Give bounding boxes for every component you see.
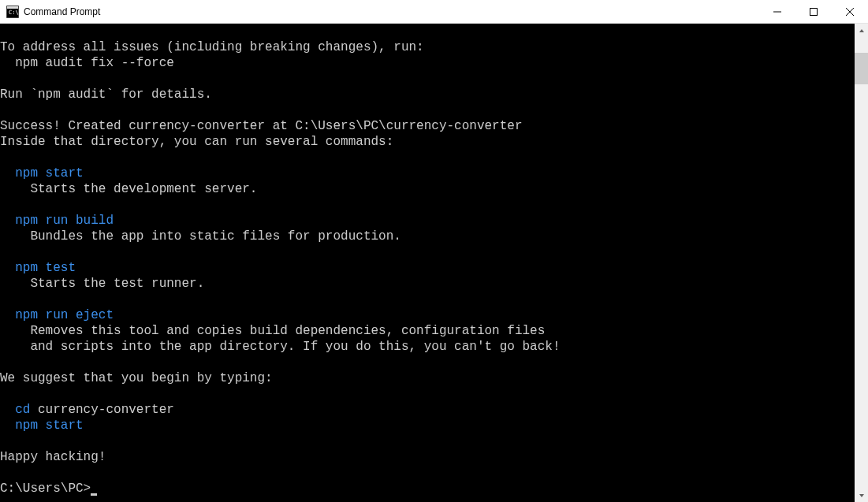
terminal-line <box>0 150 855 165</box>
svg-marker-8 <box>859 494 864 497</box>
maximize-button[interactable] <box>795 0 832 23</box>
close-button[interactable] <box>832 0 868 23</box>
terminal-line: npm run build <box>0 213 855 229</box>
svg-marker-7 <box>859 29 864 32</box>
terminal-line: npm start <box>0 165 855 181</box>
terminal-line: Success! Created currency-converter at C… <box>0 118 855 134</box>
terminal-line: To address all issues (including breakin… <box>0 39 855 55</box>
terminal-line: Starts the development server. <box>0 181 855 197</box>
scroll-down-button[interactable] <box>855 489 868 502</box>
terminal-line <box>0 102 855 118</box>
svg-rect-4 <box>810 8 818 15</box>
command-text: cd <box>15 403 30 417</box>
vertical-scrollbar[interactable] <box>855 24 868 502</box>
command-text: npm run eject <box>15 308 114 322</box>
cmd-icon: C:\ <box>6 6 19 18</box>
command-text: npm test <box>15 261 76 275</box>
terminal-line: npm run eject <box>0 307 855 323</box>
terminal-line <box>0 465 855 481</box>
terminal-line: Bundles the app into static files for pr… <box>0 229 855 244</box>
terminal-line <box>0 197 855 213</box>
svg-rect-1 <box>7 6 18 9</box>
svg-text:C:\: C:\ <box>9 9 19 16</box>
terminal-line <box>0 71 855 87</box>
terminal-line: C:\Users\PC> <box>0 481 855 496</box>
command-text: npm start <box>15 166 83 180</box>
terminal-line: Inside that directory, you can run sever… <box>0 134 855 150</box>
terminal-output[interactable]: To address all issues (including breakin… <box>0 24 855 502</box>
terminal-line <box>0 355 855 370</box>
terminal-line: Run `npm audit` for details. <box>0 87 855 102</box>
terminal-line: Removes this tool and copies build depen… <box>0 323 855 339</box>
terminal-line <box>0 386 855 402</box>
terminal-line: npm start <box>0 418 855 433</box>
window-title: Command Prompt <box>24 6 759 17</box>
terminal-line <box>0 433 855 449</box>
terminal-line: npm test <box>0 260 855 276</box>
scrollbar-track[interactable] <box>855 37 868 489</box>
cursor <box>91 493 97 496</box>
terminal-line: and scripts into the app directory. If y… <box>0 339 855 355</box>
window-titlebar: C:\ Command Prompt <box>0 0 868 24</box>
scrollbar-thumb[interactable] <box>855 53 868 84</box>
scroll-up-button[interactable] <box>855 24 868 37</box>
command-text: npm start <box>15 418 83 433</box>
terminal-line: Starts the test runner. <box>0 276 855 292</box>
terminal-line: Happy hacking! <box>0 449 855 465</box>
window-controls <box>759 0 868 23</box>
command-text: npm run build <box>15 214 114 228</box>
minimize-button[interactable] <box>759 0 795 23</box>
terminal-wrapper: To address all issues (including breakin… <box>0 24 868 502</box>
terminal-line: npm audit fix --force <box>0 55 855 71</box>
terminal-line <box>0 24 855 39</box>
terminal-line <box>0 292 855 307</box>
terminal-line: cd currency-converter <box>0 402 855 418</box>
terminal-line: We suggest that you begin by typing: <box>0 370 855 386</box>
terminal-line <box>0 244 855 260</box>
